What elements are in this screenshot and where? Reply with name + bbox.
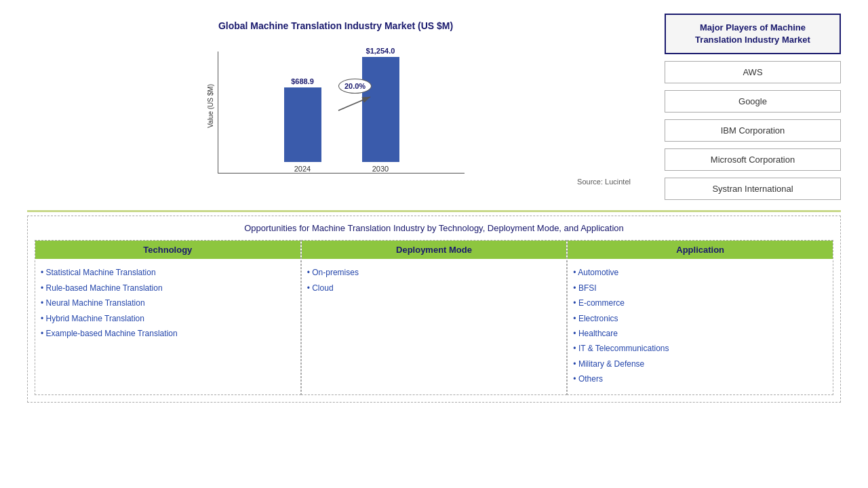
- opportunities-title: Opportunities for Machine Translation In…: [35, 223, 833, 233]
- source-label: Source: Lucintel: [577, 178, 637, 186]
- bar-2024: [284, 87, 321, 162]
- growth-arrow-svg: [335, 94, 376, 114]
- major-players-title: Major Players of Machine Translation Ind…: [665, 14, 841, 54]
- growth-annotation: 20.0%: [335, 79, 376, 114]
- opportunities-table: Technology • Statistical Machine Transla…: [35, 240, 833, 394]
- tech-item-4: • Example-based Machine Translation: [41, 327, 295, 340]
- app-item-7: • Others: [573, 372, 827, 386]
- tech-item-0: • Statistical Machine Translation: [41, 266, 295, 279]
- bar-2024-year: 2024: [294, 165, 311, 173]
- y-axis-label: Value (US $M): [207, 84, 214, 128]
- bar-group-2024: $688.9 2024: [284, 77, 321, 173]
- app-item-0: • Automotive: [573, 266, 827, 279]
- app-item-1: • BFSI: [573, 281, 827, 295]
- player-systran: Systran International: [665, 178, 841, 200]
- tech-item-1: • Rule-based Machine Translation: [41, 281, 295, 295]
- application-header: Application: [568, 241, 833, 259]
- app-item-4: • Healthcare: [573, 327, 827, 340]
- growth-bubble: 20.0%: [338, 79, 372, 94]
- deployment-header: Deployment Mode: [302, 241, 567, 259]
- chart-area: Global Machine Translation Industry Mark…: [27, 14, 651, 200]
- player-google: Google: [665, 90, 841, 113]
- app-item-6: • Military & Defense: [573, 357, 827, 371]
- application-body: • Automotive • BFSI • E-commerce • Elect…: [568, 259, 833, 394]
- player-ibm: IBM Corporation: [665, 119, 841, 142]
- technology-header: Technology: [35, 241, 300, 259]
- technology-body: • Statistical Machine Translation • Rule…: [35, 259, 300, 348]
- svg-line-1: [338, 97, 370, 110]
- deployment-column: Deployment Mode • On-premises • Cloud: [301, 240, 568, 394]
- bar-2030-value: $1,254.0: [366, 47, 395, 55]
- application-column: Application • Automotive • BFSI • E-comm…: [567, 240, 833, 394]
- bar-2024-value: $688.9: [291, 77, 314, 85]
- app-item-2: • E-commerce: [573, 296, 827, 310]
- deploy-item-0: • On-premises: [307, 266, 561, 279]
- technology-column: Technology • Statistical Machine Transla…: [35, 240, 301, 394]
- player-microsoft: Microsoft Corporation: [665, 148, 841, 171]
- deployment-body: • On-premises • Cloud: [302, 259, 567, 303]
- player-aws: AWS: [665, 61, 841, 83]
- app-item-5: • IT & Telecommunications: [573, 342, 827, 355]
- bars-container: 20.0% $: [218, 52, 465, 174]
- app-item-3: • Electronics: [573, 312, 827, 325]
- deploy-item-1: • Cloud: [307, 281, 561, 295]
- bar-2030-year: 2030: [372, 165, 389, 173]
- tech-item-3: • Hybrid Machine Translation: [41, 312, 295, 325]
- separator-line: [27, 210, 841, 212]
- major-players-panel: Major Players of Machine Translation Ind…: [665, 14, 841, 200]
- chart-title: Global Machine Translation Industry Mark…: [218, 20, 453, 31]
- tech-item-2: • Neural Machine Translation: [41, 296, 295, 310]
- opportunities-section: Opportunities for Machine Translation In…: [27, 216, 841, 402]
